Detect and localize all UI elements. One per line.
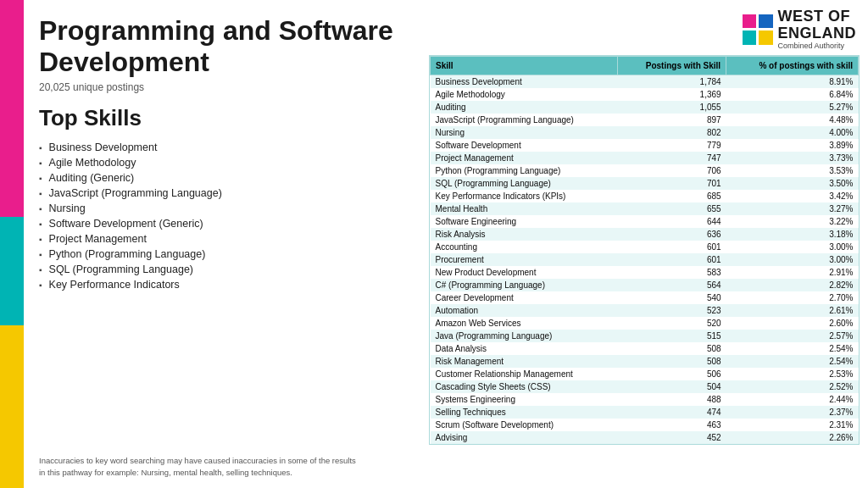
cell-skill: Java (Programming Language) [431, 330, 618, 342]
table-row: Java (Programming Language)5152.57% [431, 330, 859, 342]
cell-percent: 2.61% [726, 304, 859, 317]
table-row: Auditing1,0555.27% [431, 101, 859, 114]
pink-bar [0, 0, 24, 217]
cell-skill: Project Management [431, 152, 618, 164]
cell-skill: Auditing [431, 101, 618, 114]
cell-percent: 3.42% [726, 190, 859, 202]
table-header-row: Skill Postings with Skill % of postings … [431, 57, 859, 75]
table-row: Risk Management5082.54% [431, 355, 859, 368]
table-row: Key Performance Indicators (KPIs)6853.42… [431, 190, 859, 202]
logo-sq-blue [759, 14, 773, 29]
skills-table: Skill Postings with Skill % of postings … [430, 56, 859, 444]
teal-bar [0, 217, 24, 325]
table-row: Career Development5402.70% [431, 291, 859, 304]
cell-skill: Nursing [431, 126, 618, 139]
cell-postings: 601 [618, 253, 726, 266]
cell-skill: Procurement [431, 253, 618, 266]
cell-skill: Scrum (Software Development) [431, 419, 618, 431]
cell-percent: 3.27% [726, 202, 859, 215]
col-postings: Postings with Skill [618, 57, 726, 75]
left-panel: Programming and Software Development 20,… [24, 0, 429, 488]
logo-text: WEST OF ENGLAND Combined Authority [778, 8, 857, 50]
cell-percent: 2.57% [726, 330, 859, 342]
cell-percent: 2.54% [726, 342, 859, 355]
col-percent: % of postings with skill [726, 57, 859, 75]
logo-sq-pink [743, 14, 757, 29]
cell-skill: Cascading Style Sheets (CSS) [431, 380, 618, 393]
list-item: SQL (Programming Language) [39, 262, 412, 277]
cell-percent: 2.54% [726, 355, 859, 368]
cell-percent: 2.37% [726, 406, 859, 419]
cell-percent: 2.53% [726, 368, 859, 380]
cell-percent: 2.44% [726, 393, 859, 406]
table-row: Data Analysis5082.54% [431, 342, 859, 355]
list-item: Project Management [39, 231, 412, 247]
table-row: Nursing8024.00% [431, 126, 859, 139]
table-row: Automation5232.61% [431, 304, 859, 317]
table-row: Selling Techniques4742.37% [431, 406, 859, 419]
logo-area: WEST OF ENGLAND Combined Authority [429, 8, 860, 50]
table-row: Customer Relationship Management5062.53% [431, 368, 859, 380]
cell-percent: 8.91% [726, 75, 859, 89]
table-row: SQL (Programming Language)7013.50% [431, 177, 859, 190]
cell-percent: 3.00% [726, 253, 859, 266]
cell-postings: 897 [618, 114, 726, 126]
cell-skill: Amazon Web Services [431, 317, 618, 330]
table-row: Python (Programming Language)7063.53% [431, 164, 859, 177]
cell-skill: Software Development [431, 139, 618, 152]
cell-postings: 779 [618, 139, 726, 152]
list-item: Business Development [39, 140, 412, 155]
cell-postings: 520 [618, 317, 726, 330]
table-row: Advising4522.26% [431, 431, 859, 444]
list-item: Nursing [39, 201, 412, 216]
cell-percent: 2.91% [726, 266, 859, 279]
table-row: Amazon Web Services5202.60% [431, 317, 859, 330]
list-item: Software Development (Generic) [39, 216, 412, 231]
page-title: Programming and Software Development [39, 15, 412, 78]
cell-postings: 515 [618, 330, 726, 342]
cell-skill: Advising [431, 431, 618, 444]
cell-postings: 463 [618, 419, 726, 431]
cell-postings: 508 [618, 342, 726, 355]
cell-percent: 3.89% [726, 139, 859, 152]
table-row: Software Engineering6443.22% [431, 215, 859, 228]
cell-percent: 2.82% [726, 279, 859, 291]
cell-skill: Software Engineering [431, 215, 618, 228]
logo-combined: Combined Authority [778, 42, 857, 51]
cell-skill: JavaScript (Programming Language) [431, 114, 618, 126]
cell-skill: Risk Management [431, 355, 618, 368]
cell-percent: 3.22% [726, 215, 859, 228]
table-row: Risk Analysis6363.18% [431, 228, 859, 241]
cell-skill: Data Analysis [431, 342, 618, 355]
list-item: Agile Methodology [39, 155, 412, 170]
list-item: Python (Programming Language) [39, 247, 412, 262]
cell-percent: 3.00% [726, 241, 859, 253]
list-item: JavaScript (Programming Language) [39, 186, 412, 201]
cell-percent: 6.84% [726, 88, 859, 101]
table-row: Agile Methodology1,3696.84% [431, 88, 859, 101]
cell-postings: 685 [618, 190, 726, 202]
cell-percent: 2.52% [726, 380, 859, 393]
yellow-bar [0, 325, 24, 488]
cell-skill: C# (Programming Language) [431, 279, 618, 291]
cell-postings: 1,784 [618, 75, 726, 89]
skills-table-wrapper: Skill Postings with Skill % of postings … [429, 55, 860, 445]
logo-sq-teal [743, 30, 757, 45]
list-item: Key Performance Indicators [39, 277, 412, 292]
left-color-bar [0, 0, 24, 488]
table-row: Scrum (Software Development)4632.31% [431, 419, 859, 431]
logo-squares [743, 14, 773, 45]
cell-postings: 1,055 [618, 101, 726, 114]
cell-percent: 3.73% [726, 152, 859, 164]
cell-postings: 452 [618, 431, 726, 444]
table-body: Business Development1,7848.91%Agile Meth… [431, 75, 859, 445]
cell-postings: 701 [618, 177, 726, 190]
cell-percent: 2.60% [726, 317, 859, 330]
table-row: Mental Health6553.27% [431, 202, 859, 215]
cell-postings: 636 [618, 228, 726, 241]
table-row: New Product Development5832.91% [431, 266, 859, 279]
table-row: Accounting6013.00% [431, 241, 859, 253]
logo-container: WEST OF ENGLAND Combined Authority [743, 8, 857, 50]
cell-percent: 3.53% [726, 164, 859, 177]
table-row: Systems Engineering4882.44% [431, 393, 859, 406]
